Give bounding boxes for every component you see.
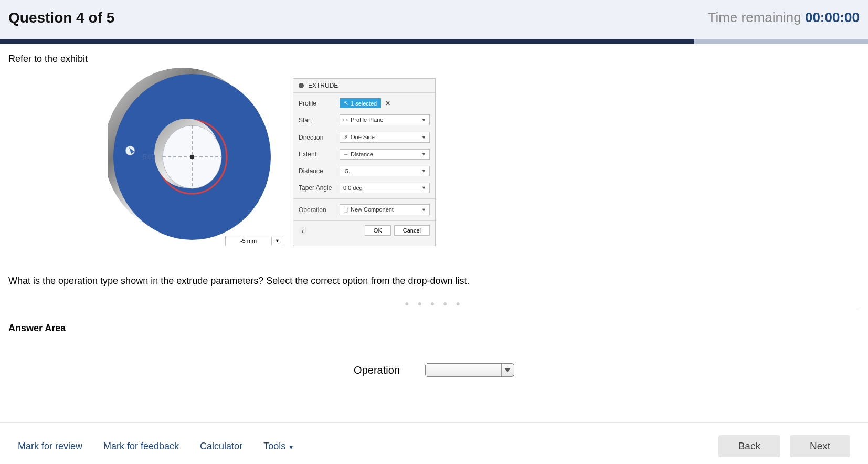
distance-value: -5. xyxy=(343,168,350,174)
exhibit: -5.00 -5 mm ▼ EXTRUDE Profile ↖ 1 select… xyxy=(108,68,860,246)
question-title: Question 4 of 5 xyxy=(8,9,114,26)
plane-icon: ↦ xyxy=(343,117,351,123)
row-operation: Operation ▢New Component ▼ xyxy=(293,201,435,218)
chevron-down-icon: ▼ xyxy=(421,168,426,174)
tools-link[interactable]: Tools ▼ xyxy=(263,441,294,452)
taper-input[interactable]: 0.0 deg ▼ xyxy=(340,183,430,193)
progress-bar xyxy=(0,39,868,44)
divider xyxy=(8,310,860,310)
operation-value: New Component xyxy=(351,206,394,213)
row-direction: Direction ⇗One Side ▼ xyxy=(293,129,435,146)
extent-label: Extent xyxy=(299,151,340,158)
taper-value: 0.0 deg xyxy=(343,185,363,191)
taper-label: Taper Angle xyxy=(299,184,340,192)
component-icon: ▢ xyxy=(343,206,351,213)
panel-title: EXTRUDE xyxy=(308,82,338,89)
direction-value: One Side xyxy=(351,134,375,140)
distance-input[interactable]: -5. ▼ xyxy=(340,166,430,176)
extent-select[interactable]: ↔Distance ▼ xyxy=(340,149,430,160)
back-button[interactable]: Back xyxy=(718,435,780,457)
chevron-down-icon: ▼ xyxy=(421,118,426,123)
ok-button[interactable]: OK xyxy=(365,225,391,236)
direction-icon: ⇗ xyxy=(343,134,351,141)
mark-feedback-link[interactable]: Mark for feedback xyxy=(103,441,179,452)
time-remaining: Time remaining 00:00:00 xyxy=(707,9,860,26)
separator xyxy=(293,198,435,199)
progress-fill xyxy=(0,39,694,44)
panel-title-bar: EXTRUDE xyxy=(293,79,435,93)
dimension-value: -5 mm xyxy=(226,236,271,246)
chevron-down-icon: ▼ xyxy=(421,207,426,213)
footer-bar: Mark for review Mark for feedback Calcul… xyxy=(0,422,868,457)
time-label: Time remaining xyxy=(707,9,805,25)
row-taper: Taper Angle 0.0 deg ▼ xyxy=(293,180,435,196)
ring-model-svg: -5.00 xyxy=(108,68,276,246)
dimension-pill[interactable]: -5 mm ▼ xyxy=(225,236,283,246)
collapse-icon[interactable] xyxy=(299,83,304,88)
info-icon[interactable]: i xyxy=(299,226,307,235)
profile-value: 1 selected xyxy=(351,100,377,107)
row-extent: Extent ↔Distance ▼ xyxy=(293,146,435,163)
cancel-button[interactable]: Cancel xyxy=(394,225,430,236)
answer-field-label: Operation xyxy=(354,364,400,376)
start-value: Profile Plane xyxy=(351,117,383,123)
chevron-down-icon: ▼ xyxy=(421,135,426,140)
operation-label: Operation xyxy=(299,206,340,214)
tools-label: Tools xyxy=(263,441,285,451)
time-value: 00:00:00 xyxy=(805,9,860,25)
next-button[interactable]: Next xyxy=(790,435,850,457)
operation-dropdown[interactable] xyxy=(425,363,514,377)
chevron-down-icon: ▼ xyxy=(421,185,426,191)
distance-label: Distance xyxy=(299,167,340,175)
direction-label: Direction xyxy=(299,134,340,141)
start-select[interactable]: ↦Profile Plane ▼ xyxy=(340,114,430,125)
dots-separator: ● ● ● ● ● xyxy=(8,299,860,308)
answer-row: Operation xyxy=(8,363,860,377)
mark-review-link[interactable]: Mark for review xyxy=(18,441,82,452)
start-label: Start xyxy=(299,117,340,124)
dropdown-button[interactable] xyxy=(501,364,514,376)
answer-area-label: Answer Area xyxy=(8,323,860,334)
operation-select[interactable]: ▢New Component ▼ xyxy=(340,204,430,215)
triangle-down-icon xyxy=(505,368,510,372)
extent-value: Distance xyxy=(351,151,373,157)
direction-select[interactable]: ⇗One Side ▼ xyxy=(340,132,430,143)
row-distance: Distance -5. ▼ xyxy=(293,163,435,180)
question-text: What is the operation type shown in the … xyxy=(8,276,860,287)
instruction-text: Refer to the exhibit xyxy=(8,54,860,65)
row-start: Start ↦Profile Plane ▼ xyxy=(293,111,435,129)
header-bar: Question 4 of 5 Time remaining 00:00:00 xyxy=(0,0,868,39)
extrude-panel: EXTRUDE Profile ↖ 1 selected ✕ Start ↦Pr… xyxy=(293,78,436,246)
calculator-link[interactable]: Calculator xyxy=(200,441,242,452)
distance-icon: ↔ xyxy=(343,151,351,157)
clear-profile-icon[interactable]: ✕ xyxy=(385,100,390,107)
cursor-icon: ↖ xyxy=(344,100,348,107)
row-profile: Profile ↖ 1 selected ✕ xyxy=(293,95,435,111)
svg-text:-5.00: -5.00 xyxy=(141,153,155,161)
profile-label: Profile xyxy=(299,100,340,107)
chevron-down-icon: ▼ xyxy=(271,237,283,245)
panel-footer: i OK Cancel xyxy=(293,220,435,240)
svg-point-7 xyxy=(190,155,194,159)
chevron-down-icon: ▼ xyxy=(421,152,426,157)
profile-chip[interactable]: ↖ 1 selected xyxy=(340,98,381,108)
chevron-down-icon: ▼ xyxy=(288,444,294,450)
model-preview: -5.00 -5 mm ▼ xyxy=(108,68,276,246)
